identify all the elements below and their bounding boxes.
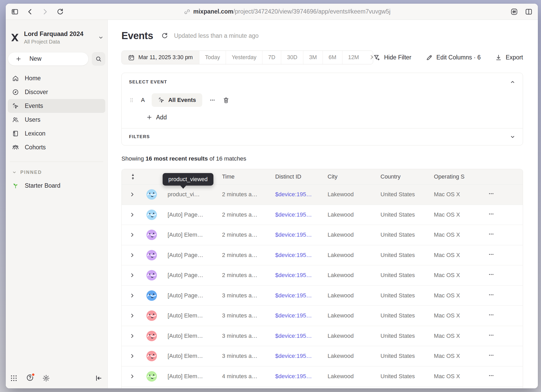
trash-icon[interactable] [223, 97, 230, 104]
table-row[interactable]: [Auto] Elem… 3 minutes a… $device:195… L… [122, 326, 523, 346]
refresh-icon[interactable] [161, 32, 168, 39]
distinct-id-link[interactable]: $device:195… [274, 211, 326, 218]
chevron-right-icon[interactable] [129, 252, 135, 258]
chevron-right-icon[interactable] [129, 272, 135, 278]
url-bar[interactable]: mixpanel.com/project/3472420/view/397469… [71, 8, 503, 15]
edit-columns-button[interactable]: Edit Columns · 6 [426, 54, 481, 61]
range-7d[interactable]: 7D [262, 51, 281, 64]
filters-section[interactable]: FILTERS [122, 128, 523, 145]
chevron-up-icon[interactable] [510, 79, 515, 85]
header-time[interactable]: Time [220, 173, 274, 180]
more-options-icon[interactable] [488, 372, 494, 379]
range-12m[interactable]: 12M [342, 51, 365, 64]
chevron-right-icon[interactable] [129, 353, 135, 359]
distinct-id-link[interactable]: $device:195… [274, 292, 326, 299]
more-options-icon[interactable] [488, 271, 494, 278]
more-options-icon[interactable] [488, 292, 494, 298]
range-30d[interactable]: 30D [281, 51, 303, 64]
event-name[interactable]: [Auto] Page… [161, 252, 220, 259]
sidebar-item-home[interactable]: Home [8, 71, 105, 85]
project-switcher[interactable]: Lord Farquaad 2024 All Project Data [10, 30, 104, 45]
more-options-icon[interactable] [488, 231, 494, 237]
event-name[interactable]: [Auto] Page… [161, 272, 220, 279]
project-subtitle: All Project Data [24, 39, 83, 45]
event-name[interactable]: [Auto] Page… [161, 211, 220, 218]
apps-grid-icon[interactable] [10, 374, 18, 382]
drag-handle-icon[interactable] [129, 97, 134, 103]
export-button[interactable]: Export [495, 54, 523, 61]
distinct-id-link[interactable]: $device:195… [274, 252, 326, 259]
table-row[interactable]: [Auto] Elem… 3 minutes a… $device:195… L… [122, 305, 523, 326]
distinct-id-link[interactable]: $device:195… [274, 191, 326, 198]
back-icon[interactable] [26, 8, 34, 16]
range-yesterday[interactable]: Yesterday [226, 51, 262, 64]
all-events-chip[interactable]: All Events [152, 93, 202, 107]
sidebar-toggle-icon[interactable] [11, 8, 19, 16]
chevron-right-icon[interactable] [129, 293, 135, 298]
header-distinct-id[interactable]: Distinct ID [274, 173, 326, 180]
distinct-id-link[interactable]: $device:195… [274, 312, 326, 319]
city-value: Lakewood [326, 211, 379, 218]
distinct-id-link[interactable]: $device:195… [274, 373, 326, 380]
sidebar-item-label: Discover [25, 89, 48, 96]
table-row[interactable]: [Auto] Elem… 2 minutes a… $device:195… L… [122, 225, 523, 245]
pinned-item-starter-board[interactable]: Starter Board [8, 179, 105, 193]
range-today[interactable]: Today [199, 51, 226, 64]
gear-icon[interactable] [42, 374, 50, 382]
header-city[interactable]: City [326, 173, 379, 180]
more-options-icon[interactable] [488, 211, 494, 217]
sidebar-item-events[interactable]: Events [8, 99, 105, 113]
table-row[interactable]: [Auto] Page… 2 minutes a… $device:195… L… [122, 245, 523, 265]
split-view-icon[interactable] [525, 8, 533, 16]
search-button[interactable] [92, 52, 105, 66]
distinct-id-link[interactable]: $device:195… [274, 353, 326, 359]
chevron-down-icon[interactable] [510, 134, 515, 140]
chevron-right-icon[interactable] [129, 333, 135, 339]
chevron-right-icon[interactable] [129, 313, 135, 318]
table-row[interactable]: [Auto] Page… 2 minutes a… $device:195… L… [122, 265, 523, 285]
sidebar-item-users[interactable]: Users [8, 113, 105, 127]
event-name[interactable]: [Auto] Elem… [161, 231, 220, 238]
pinned-section-header[interactable]: PINNED [8, 170, 105, 175]
header-country[interactable]: Country [379, 173, 432, 180]
more-options-icon[interactable] [209, 97, 216, 103]
hide-filter-button[interactable]: Hide Filter [373, 54, 411, 61]
sidebar-item-lexicon[interactable]: Lexicon [8, 127, 105, 140]
distinct-id-link[interactable]: $device:195… [274, 272, 326, 279]
distinct-id-link[interactable]: $device:195… [274, 231, 326, 238]
more-options-icon[interactable] [488, 332, 494, 338]
new-button[interactable]: New [8, 52, 89, 66]
event-name[interactable]: [Auto] Elem… [161, 312, 220, 319]
event-name[interactable]: [Auto] Elem… [161, 373, 220, 380]
chevron-right-icon[interactable] [129, 212, 135, 218]
event-name[interactable]: product_vi… [161, 191, 220, 198]
reload-icon[interactable] [56, 8, 64, 16]
more-options-icon[interactable] [488, 312, 494, 318]
more-options-icon[interactable] [488, 251, 494, 258]
date-range-current[interactable]: Mar 11, 2025 3:30 pm [122, 51, 199, 64]
date-range-xtd[interactable]: XTD [365, 51, 373, 64]
table-row[interactable]: [Auto] Page… 3 minutes a… $device:195… L… [122, 285, 523, 306]
page-settings-icon[interactable] [510, 8, 518, 16]
collapse-rows-icon[interactable] [130, 173, 136, 180]
table-row[interactable]: [Auto] Page… 2 minutes a… $device:195… L… [122, 205, 523, 225]
event-name[interactable]: [Auto] Elem… [161, 353, 220, 359]
more-options-icon[interactable] [488, 191, 494, 197]
range-6m[interactable]: 6M [323, 51, 342, 64]
more-options-icon[interactable] [488, 352, 494, 358]
chevron-right-icon[interactable] [129, 192, 135, 197]
table-row[interactable]: [Auto] Elem… 3 minutes a… $device:195… L… [122, 346, 523, 366]
add-event-button[interactable]: Add [146, 114, 167, 121]
event-name[interactable]: [Auto] Page… [161, 292, 220, 299]
header-os[interactable]: Operating S [432, 173, 486, 180]
distinct-id-link[interactable]: $device:195… [274, 333, 326, 339]
sidebar-item-discover[interactable]: Discover [8, 85, 105, 99]
collapse-sidebar-icon[interactable] [95, 374, 103, 382]
chevron-right-icon[interactable] [129, 232, 135, 238]
sidebar-item-cohorts[interactable]: Cohorts [8, 140, 105, 154]
table-row[interactable] [122, 386, 523, 388]
table-row[interactable]: [Auto] Elem… 4 minutes a… $device:195… L… [122, 366, 523, 387]
range-3m[interactable]: 3M [303, 51, 323, 64]
chevron-right-icon[interactable] [129, 373, 135, 379]
event-name[interactable]: [Auto] Elem… [161, 333, 220, 339]
